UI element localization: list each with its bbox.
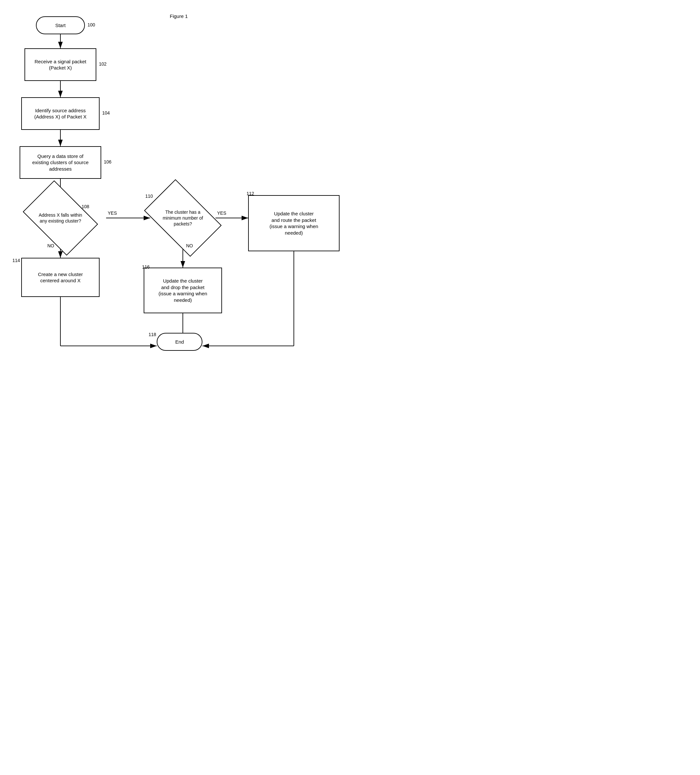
label-108: 108 bbox=[82, 204, 89, 209]
label-100: 100 bbox=[88, 22, 95, 27]
node-114: Create a new clustercentered around X bbox=[21, 258, 100, 297]
figure-title: Figure 1 bbox=[170, 13, 188, 20]
node-106: Query a data store ofexisting clusters o… bbox=[20, 146, 101, 179]
start-node: Start bbox=[36, 16, 85, 34]
label-116: 116 bbox=[142, 264, 150, 269]
label-102: 102 bbox=[99, 62, 107, 67]
no-label-1: NO bbox=[47, 243, 54, 248]
end-node: End bbox=[157, 333, 202, 351]
node-116: Update the clusterand drop the packet(is… bbox=[144, 268, 222, 313]
node-102: Receive a signal packet(Packet X) bbox=[25, 48, 96, 81]
node-108: Address X falls withinany existing clust… bbox=[23, 180, 98, 256]
diagram-container: Figure 1 Start bbox=[0, 0, 350, 388]
label-106: 106 bbox=[104, 159, 111, 165]
label-112: 112 bbox=[247, 191, 254, 196]
label-110: 110 bbox=[145, 193, 153, 199]
no-label-2: NO bbox=[186, 243, 193, 248]
label-118: 118 bbox=[148, 332, 156, 337]
label-104: 104 bbox=[102, 110, 110, 115]
label-114: 114 bbox=[12, 258, 20, 263]
node-112: Update the clusterand route the packet(i… bbox=[248, 195, 340, 251]
node-104: Identify source address(Address X) of Pa… bbox=[21, 97, 100, 130]
node-110: The cluster has aminimum number ofpacket… bbox=[144, 179, 222, 257]
yes-label-1: YES bbox=[108, 211, 117, 216]
yes-label-2: YES bbox=[217, 211, 226, 216]
